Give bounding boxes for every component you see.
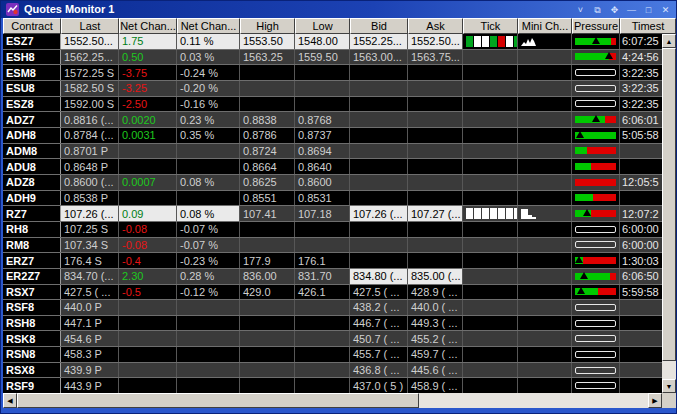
horizontal-scrollbar[interactable]: ◀ ▶ bbox=[3, 393, 676, 408]
table-row[interactable]: ADZ70.8816 (...0.00200.23 %0.88380.87686… bbox=[3, 111, 662, 127]
table-row[interactable]: ER2Z7834.70 (...2.300.28 %836.00831.7083… bbox=[3, 268, 662, 284]
table-row[interactable]: RSH8447.1 P446.7 ( ...449.3 ( ... bbox=[3, 315, 662, 331]
close-button[interactable]: ✕ bbox=[658, 3, 673, 17]
pressure-bar bbox=[575, 210, 616, 217]
cell-mini-chart bbox=[518, 378, 572, 393]
column-header-bid[interactable]: Bid bbox=[350, 18, 408, 34]
minimize-button[interactable]: — bbox=[624, 3, 639, 17]
table-row[interactable]: RSF8440.0 P438.2 ( ...440.0 ( ... bbox=[3, 299, 662, 315]
tick-block bbox=[490, 208, 497, 219]
pressure-bar bbox=[575, 179, 616, 186]
move-button[interactable]: ✥ bbox=[607, 3, 622, 17]
table-row[interactable]: ADH80.8784 (...0.00310.35 %0.87860.87375… bbox=[3, 127, 662, 143]
table-row[interactable]: RZ7107.26 (...0.090.08 %107.41107.18107.… bbox=[3, 205, 662, 221]
scroll-left-button[interactable]: ◀ bbox=[3, 393, 17, 408]
cell-contract: ESM8 bbox=[3, 65, 61, 80]
scroll-right-button[interactable]: ▶ bbox=[648, 393, 662, 408]
cell-pressure bbox=[572, 347, 620, 362]
column-header-last[interactable]: Last bbox=[61, 18, 119, 34]
cell-net: -3.25 bbox=[119, 81, 177, 96]
column-header-net[interactable]: Net Chan... bbox=[119, 18, 177, 34]
cell-pressure bbox=[572, 300, 620, 315]
vertical-scroll-thumb[interactable] bbox=[662, 48, 676, 361]
cell-pressure bbox=[572, 175, 620, 190]
column-header-mini[interactable]: Mini Ch... bbox=[518, 18, 572, 34]
cell-ask: 428.9 ( ... bbox=[408, 285, 463, 300]
cell-net: 0.50 bbox=[119, 50, 177, 65]
table-row[interactable]: ESH81562.25...0.500.03 %1563.251559.5015… bbox=[3, 49, 662, 65]
cell-high: 0.8838 bbox=[240, 112, 295, 127]
table-row[interactable]: ADU80.8648 P0.86640.8640 bbox=[3, 158, 662, 174]
table-row[interactable]: ESU81582.50 S-3.25-0.20 %3:22:35 bbox=[3, 80, 662, 96]
cell-pressure bbox=[572, 34, 620, 49]
horizontal-scroll-track[interactable] bbox=[419, 393, 648, 408]
cell-net bbox=[119, 300, 177, 315]
table-row[interactable]: ESM81572.25 S-3.75-0.24 %3:22:35 bbox=[3, 64, 662, 80]
column-header-contract[interactable]: Contract bbox=[3, 18, 61, 34]
horizontal-scroll-thumb[interactable] bbox=[17, 393, 419, 408]
table-row[interactable]: ADZ80.8600 (...0.00070.08 %0.86250.86001… bbox=[3, 174, 662, 190]
title-bar[interactable]: Quotes Monitor 1 ˅⧉✥—□✕ bbox=[1, 1, 677, 18]
scroll-down-button[interactable]: ▼ bbox=[662, 379, 676, 393]
cell-low: 0.8600 bbox=[295, 175, 350, 190]
cell-high: 1563.25 bbox=[240, 50, 295, 65]
column-header-ask[interactable]: Ask bbox=[408, 18, 463, 34]
cell-net: 0.09 bbox=[119, 206, 177, 221]
column-header-high[interactable]: High bbox=[240, 18, 295, 34]
column-header-low[interactable]: Low bbox=[295, 18, 350, 34]
pressure-marker bbox=[605, 52, 613, 59]
cell-high bbox=[240, 65, 295, 80]
cell-bid: 438.2 ( ... bbox=[350, 300, 408, 315]
pressure-marker bbox=[592, 37, 600, 44]
column-header-pct[interactable]: Net Chan... bbox=[177, 18, 240, 34]
cell-low: 1559.50 bbox=[295, 50, 350, 65]
cell-timestamp bbox=[620, 300, 662, 315]
cell-timestamp: 3:22:35 bbox=[620, 65, 662, 80]
cell-ask bbox=[408, 81, 463, 96]
table-row[interactable]: ADH90.8538 P0.85510.8531 bbox=[3, 190, 662, 206]
cell-low: 107.18 bbox=[295, 206, 350, 221]
vertical-scroll-track[interactable] bbox=[662, 361, 676, 379]
table-row[interactable]: ERZ7176.4 S-0.4-0.23 %177.9176.11:30:03 bbox=[3, 252, 662, 268]
column-header-pressure[interactable]: Pressure bbox=[572, 18, 620, 34]
cell-pct: 0.35 % bbox=[177, 128, 240, 143]
column-header-tick[interactable]: Tick bbox=[463, 18, 518, 34]
cascade-button[interactable]: ⧉ bbox=[590, 3, 605, 17]
table-row[interactable]: RSX8439.9 P436.8 ( ...445.6 ( ... bbox=[3, 362, 662, 378]
cell-mini-chart bbox=[518, 269, 572, 284]
cell-ask bbox=[408, 65, 463, 80]
cell-timestamp: 6:07:25 bbox=[620, 34, 662, 49]
cell-timestamp: 6:00:00 bbox=[620, 222, 662, 237]
table-row[interactable]: RM8107.34 S-0.08-0.07 %6:00:00 bbox=[3, 237, 662, 253]
cell-net bbox=[119, 316, 177, 331]
cell-net bbox=[119, 363, 177, 378]
cell-pressure bbox=[572, 50, 620, 65]
column-header-time[interactable]: Timest bbox=[620, 18, 676, 34]
cell-bid bbox=[350, 97, 408, 112]
table-row[interactable]: RH8107.25 S-0.08-0.07 %6:00:00 bbox=[3, 221, 662, 237]
cell-last: 1582.50 S bbox=[61, 81, 119, 96]
cell-bid bbox=[350, 112, 408, 127]
cell-pct: 0.11 % bbox=[177, 34, 240, 49]
cell-low bbox=[295, 378, 350, 393]
table-row[interactable]: ADM80.8701 P0.87240.8694 bbox=[3, 143, 662, 159]
cell-timestamp: 1:30:03 bbox=[620, 253, 662, 268]
cell-mini-chart bbox=[518, 347, 572, 362]
table-row[interactable]: ESZ81592.00 S-2.50-0.16 %3:22:35 bbox=[3, 96, 662, 112]
vertical-scrollbar[interactable]: ▲ ▼ bbox=[662, 34, 676, 393]
table-row[interactable]: RSN8458.3 P455.7 ( ...459.7 ( ... bbox=[3, 346, 662, 362]
cell-pressure bbox=[572, 81, 620, 96]
roll-up-button[interactable]: ˅ bbox=[573, 3, 588, 17]
pressure-bar bbox=[575, 241, 616, 248]
cell-pct bbox=[177, 331, 240, 346]
cell-high bbox=[240, 300, 295, 315]
scroll-up-button[interactable]: ▲ bbox=[662, 34, 676, 48]
table-row[interactable]: RSK8454.6 P450.7 ( ...455.2 ( ... bbox=[3, 330, 662, 346]
cell-net: 2.30 bbox=[119, 269, 177, 284]
table-row[interactable]: ESZ71552.50...1.750.11 %1553.501548.0015… bbox=[3, 34, 662, 49]
table-row[interactable]: RSF9443.9 P437.0 ( 5 )458.9 ( ... bbox=[3, 377, 662, 393]
cell-ask bbox=[408, 144, 463, 159]
maximize-button[interactable]: □ bbox=[641, 3, 656, 17]
table-row[interactable]: RSX7427.5 ( ...-0.5-0.12 %429.0426.1427.… bbox=[3, 284, 662, 300]
cell-bid bbox=[350, 253, 408, 268]
